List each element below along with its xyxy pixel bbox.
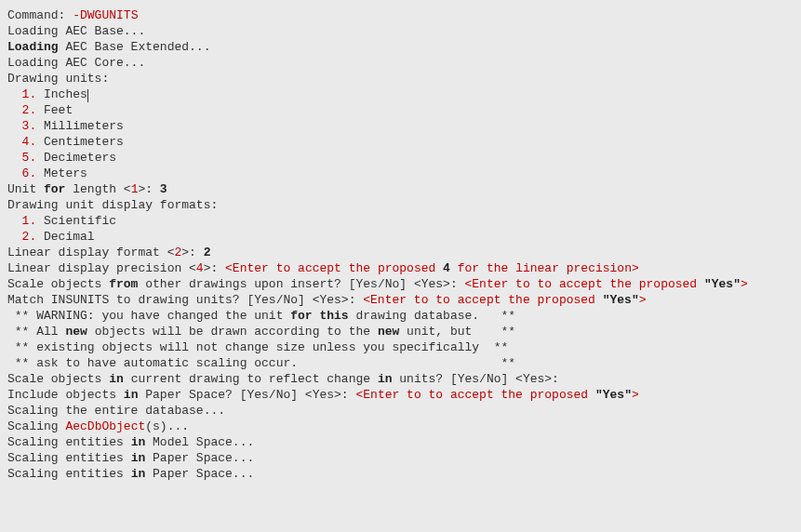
text: ** All xyxy=(7,325,65,339)
keyword: new xyxy=(378,325,399,339)
list-item: 3. Millimeters xyxy=(7,118,794,134)
text: Scale objects xyxy=(7,372,109,386)
keyword: in xyxy=(378,372,393,386)
list-item: 1. Scientific xyxy=(7,213,794,229)
prompt-line[interactable]: Match INSUNITS to drawing units? [Yes/No… xyxy=(7,292,794,308)
output-line: Loading AEC Base... xyxy=(7,23,794,39)
list-item: 1. Inches xyxy=(7,86,794,102)
text: Scaling xyxy=(7,419,65,433)
output-line: Scaling the entire database... xyxy=(7,403,794,419)
text: Match INSUNITS to drawing units? [Yes/No… xyxy=(7,293,363,307)
list-number: 4. xyxy=(22,135,37,149)
keyword: for xyxy=(44,182,65,196)
text: >: xyxy=(204,261,225,275)
output-line: Scaling entities in Paper Space... xyxy=(7,450,794,466)
list-label: Decimal xyxy=(36,230,94,244)
keyword: new xyxy=(65,325,87,339)
text: Unit xyxy=(7,182,44,196)
text: Paper Space... xyxy=(145,467,254,481)
text: Scaling entities xyxy=(7,451,131,465)
text-cursor xyxy=(87,89,88,102)
hint: > xyxy=(632,388,639,402)
command-input-value: -DWGUNITS xyxy=(73,8,138,22)
prompt-line[interactable]: Scale objects in current drawing to refl… xyxy=(7,371,794,387)
warning-line: ** WARNING: you have changed the unit fo… xyxy=(7,308,794,324)
list-number: 6. xyxy=(22,166,37,180)
output-line: Loading AEC Core... xyxy=(7,55,794,71)
hint-value: "Yes" xyxy=(595,388,632,402)
hint: <Enter to accept the proposed xyxy=(225,261,443,275)
prompt-line[interactable]: Scale objects from other drawings upon i… xyxy=(7,276,794,292)
list-number: 5. xyxy=(22,151,37,165)
list-label: Scientific xyxy=(36,214,116,228)
text: Paper Space? [Yes/No] <Yes>: xyxy=(138,388,355,402)
text: other drawings upon insert? [Yes/No] <Ye… xyxy=(138,277,464,291)
prompt-line[interactable]: Linear display precision <4>: <Enter to … xyxy=(7,260,794,276)
list-label: Feet xyxy=(36,103,73,117)
list-number: 2. xyxy=(22,103,37,117)
hint-value: "Yes" xyxy=(704,277,741,291)
keyword: in xyxy=(131,435,146,449)
hint: for the linear precision> xyxy=(450,261,639,275)
list-label: Millimeters xyxy=(36,119,124,133)
keyword: for this xyxy=(290,309,348,323)
text: length < xyxy=(65,182,130,196)
list-label: Decimeters xyxy=(36,151,116,165)
text: current drawing to reflect change xyxy=(124,372,378,386)
list-label: Centimeters xyxy=(36,135,124,149)
text: ** WARNING: you have changed the unit xyxy=(7,309,290,323)
text: Linear display format < xyxy=(7,246,174,259)
keyword: in xyxy=(124,388,139,402)
prompt-line[interactable]: Unit for length <1>: 3 xyxy=(7,181,794,197)
hint: > xyxy=(639,293,647,307)
command-line[interactable]: Command: -DWGUNITS xyxy=(7,7,794,23)
text: objects will be drawn according to the xyxy=(87,325,378,339)
list-number: 1. xyxy=(22,87,37,101)
keyword: from xyxy=(109,277,138,291)
output-line: Scaling entities in Model Space... xyxy=(7,434,794,450)
prompt-line[interactable]: Include objects in Paper Space? [Yes/No]… xyxy=(7,387,794,403)
list-item: 2. Feet xyxy=(7,102,794,118)
object-name: AecDbObject xyxy=(65,419,145,433)
list-label: Inches xyxy=(36,87,87,101)
keyword: in xyxy=(131,451,146,465)
text: AEC Base Extended... xyxy=(59,40,211,54)
text: Linear display precision < xyxy=(7,261,196,275)
text: Model Space... xyxy=(145,435,254,449)
prompt-line[interactable]: Linear display format <2>: 2 xyxy=(7,245,794,260)
keyword: Loading xyxy=(7,40,59,54)
command-prompt: Command: xyxy=(7,8,73,22)
user-input: 2 xyxy=(204,246,211,259)
hint: <Enter to to accept the proposed xyxy=(363,293,602,307)
list-item: 5. Decimeters xyxy=(7,150,794,166)
text: >: xyxy=(181,246,203,259)
output-line: Scaling entities in Paper Space... xyxy=(7,466,794,482)
list-item: 2. Decimal xyxy=(7,229,794,245)
output-line: Loading AEC Base Extended... xyxy=(7,39,794,55)
list-number: 2. xyxy=(22,230,37,244)
warning-line: ** ask to have automatic scaling occur. … xyxy=(7,355,794,371)
text: (s)... xyxy=(145,419,189,433)
text: drawing database. ** xyxy=(349,309,515,323)
user-input: 3 xyxy=(160,182,167,196)
text: units? [Yes/No] <Yes>: xyxy=(392,372,558,386)
text: Paper Space... xyxy=(145,451,254,465)
list-item: 6. Meters xyxy=(7,166,794,181)
text: Include objects xyxy=(7,388,124,402)
hint: <Enter to to accept the proposed xyxy=(355,388,594,402)
keyword: in xyxy=(131,467,146,481)
output-line: Drawing units: xyxy=(7,71,794,86)
text: Scale objects xyxy=(7,277,109,291)
output-line: Scaling AecDbObject(s)... xyxy=(7,419,794,434)
list-number: 3. xyxy=(22,119,37,133)
text: Scaling entities xyxy=(7,467,131,481)
default-value: 4 xyxy=(196,261,204,275)
warning-line: ** All new objects will be drawn accordi… xyxy=(7,324,794,339)
hint-value: 4 xyxy=(443,261,450,275)
command-output: Command: -DWGUNITS Loading AEC Base... L… xyxy=(7,7,794,482)
text: unit, but ** xyxy=(399,325,515,339)
text: >: xyxy=(138,182,159,196)
output-line: Drawing unit display formats: xyxy=(7,197,794,213)
list-item: 4. Centimeters xyxy=(7,134,794,150)
warning-line: ** existing objects will not change size… xyxy=(7,339,794,355)
